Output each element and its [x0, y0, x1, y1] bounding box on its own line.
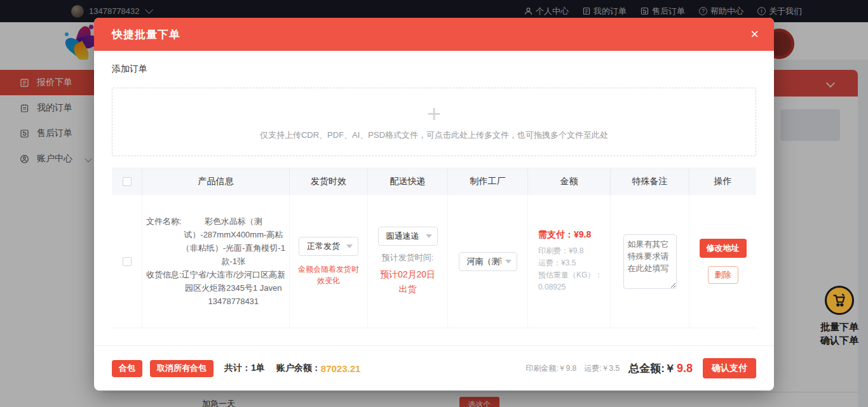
chevron-down-icon [505, 260, 512, 264]
grand-total-value: 9.8 [677, 362, 693, 375]
pay-amount: 需支付：¥9.8 [538, 229, 591, 241]
print-amount-total: 印刷金额:￥9.8 [526, 363, 576, 374]
chevron-down-icon [426, 234, 432, 238]
col-ship-time: 发货时效 [289, 168, 367, 195]
row-checkbox-cell [112, 195, 142, 328]
ship-time-select[interactable]: 正常发货 [299, 237, 358, 256]
delete-button[interactable]: 删除 [708, 266, 738, 284]
table-row: 文件名称: 彩色水晶标（测试）-287mmX400mm-高粘（非粘纸）-光面-直… [112, 195, 756, 328]
ship-time-note: 金额会随着发货时效变化 [290, 264, 367, 286]
footer-left: 合包 取消所有合包 共计：1单 账户余额： 87023.21 [112, 360, 360, 377]
order-count: 共计：1单 [224, 363, 265, 374]
close-icon[interactable]: × [750, 27, 759, 41]
ship-time-value: 正常发货 [307, 241, 340, 252]
modal-body: 添加订单 + 仅支持上传CDR、PDF、AI、PSD格式文件，可点击此处上传多文… [94, 51, 774, 328]
col-remark: 特殊备注 [610, 168, 689, 195]
eta-label: 预计发货时间: [382, 252, 434, 264]
order-table: 产品信息 发货时效 配送快递 制作工厂 金额 特殊备注 操作 文件名称: 彩色水… [112, 168, 756, 328]
file-upload-dropzone[interactable]: + 仅支持上传CDR、PDF、AI、PSD格式文件，可点击此处上传多文件，也可拖… [112, 88, 756, 156]
batch-order-float-widget[interactable]: 批量下单 确认下单 [818, 286, 860, 347]
file-name-label: 文件名称: [146, 215, 182, 268]
pay-value: ¥9.8 [574, 229, 591, 239]
row-checkbox[interactable] [123, 257, 132, 266]
weight-value: 0.08925 [538, 281, 566, 293]
order-count-value: 1单 [251, 363, 265, 373]
ship-time-cell: 正常发货 金额会随着发货时效变化 [289, 195, 367, 328]
modal-title: 快捷批量下单 [112, 27, 180, 42]
courier-value: 圆通速递 [386, 230, 419, 242]
header-checkbox-cell [112, 168, 142, 195]
amount-cell: 需支付：¥9.8 印刷费：¥9.8 运费：¥3.5 预估重量（KG）： 0.08… [527, 195, 610, 328]
balance-value: 87023.21 [321, 363, 361, 374]
modal-footer: 合包 取消所有合包 共计：1单 账户余额： 87023.21 印刷金额:￥9.8… [94, 345, 774, 390]
footer-right: 印刷金额:￥9.8 运费:￥3.5 总金额:￥ 9.8 确认支付 [518, 358, 756, 378]
address-label: 收货信息: [146, 268, 182, 308]
balance-label: 账户余额： [276, 363, 321, 374]
modal-header: 快捷批量下单 × [94, 18, 774, 51]
courier-cell: 圆通速递 预计发货时间: 预计02月20日出货 [367, 195, 447, 328]
float-label-line2: 确认下单 [818, 333, 860, 347]
order-count-label: 共计： [224, 363, 251, 373]
chevron-down-icon [346, 244, 353, 248]
select-all-checkbox[interactable] [123, 177, 132, 186]
float-label-line1: 批量下单 [818, 320, 860, 333]
print-fee: 印刷费：¥9.8 [538, 245, 583, 257]
remark-input[interactable] [623, 234, 677, 289]
address-entry: 收货信息: 辽宁省/大连市/沙河口区高新园区火炬路2345号1 Javen 13… [146, 268, 285, 308]
pay-label: 需支付： [538, 229, 574, 239]
eta-value: 预计02月20日出货 [368, 267, 447, 297]
cancel-merge-button[interactable]: 取消所有合包 [150, 360, 214, 377]
courier-select[interactable]: 圆通速递 [378, 227, 438, 246]
action-cell: 修改地址 删除 [689, 195, 756, 328]
file-name-value: 彩色水晶标（测试）-287mmX400mm-高粘（非粘纸）-光面-直角模切-1款… [182, 215, 285, 268]
product-info-cell: 文件名称: 彩色水晶标（测试）-287mmX400mm-高粘（非粘纸）-光面-直… [142, 195, 289, 328]
plus-icon: + [427, 103, 441, 124]
col-product-info: 产品信息 [142, 168, 289, 195]
weight-label: 预估重量（KG）： [538, 269, 602, 281]
merge-package-button[interactable]: 合包 [112, 360, 142, 377]
quick-batch-order-modal: 快捷批量下单 × 添加订单 + 仅支持上传CDR、PDF、AI、PSD格式文件，… [94, 18, 774, 390]
col-amount: 金额 [527, 168, 610, 195]
file-name-entry: 文件名称: 彩色水晶标（测试）-287mmX400mm-高粘（非粘纸）-光面-直… [146, 215, 285, 268]
cart-icon [825, 286, 854, 315]
table-header-row: 产品信息 发货时效 配送快递 制作工厂 金额 特殊备注 操作 [112, 168, 756, 195]
factory-value: 河南（测试） [467, 256, 501, 267]
confirm-pay-button[interactable]: 确认支付 [703, 358, 756, 378]
remark-cell [610, 195, 689, 328]
col-factory: 制作工厂 [447, 168, 527, 195]
freight-total: 运费:￥3.5 [584, 363, 620, 374]
col-action: 操作 [689, 168, 756, 195]
factory-cell: 河南（测试） [447, 195, 527, 328]
address-value: 辽宁省/大连市/沙河口区高新园区火炬路2345号1 Javen 13478778… [182, 268, 285, 308]
upload-hint: 仅支持上传CDR、PDF、AI、PSD格式文件，可点击此处上传多文件，也可拖拽多… [260, 130, 608, 141]
freight-fee: 运费：¥3.5 [538, 257, 576, 269]
edit-address-button[interactable]: 修改地址 [700, 239, 747, 258]
add-order-title: 添加订单 [112, 62, 756, 75]
factory-select[interactable]: 河南（测试） [459, 252, 517, 271]
col-courier: 配送快递 [367, 168, 447, 195]
grand-total-label: 总金额:￥ [628, 361, 675, 376]
